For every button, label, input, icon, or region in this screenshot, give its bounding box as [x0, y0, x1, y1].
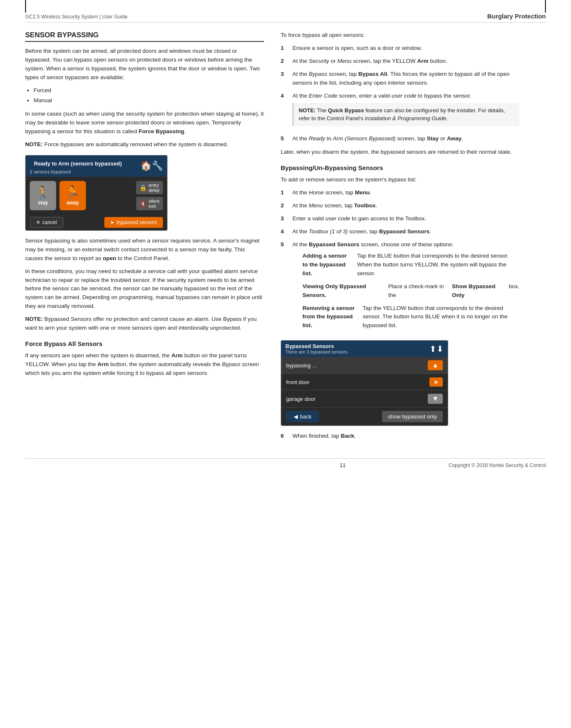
btn-stay-label: stay — [38, 200, 48, 206]
un-step-5: 5 At the Bypassed Sensors screen, choose… — [281, 240, 519, 334]
unbypassing-steps: 1 At the Home screen, tap Menu. 2 At the… — [281, 188, 519, 334]
btn-silent-exit[interactable]: 🔇 silentexit — [136, 197, 163, 210]
force-bypass-p1: If any sensors are open when the system … — [25, 351, 264, 378]
btn-bypassed-sensors[interactable]: ➤ bypassed sensors — [104, 217, 163, 228]
option-view: Viewing Only Bypassed Sensors. Place a c… — [302, 282, 519, 300]
back-arrow-icon: ◀ — [294, 413, 298, 420]
un-step-5-num: 5 — [281, 240, 288, 334]
un-step-3: 3 Enter a valid user code to gain access… — [281, 214, 519, 223]
top-border-left — [25, 0, 26, 13]
screen1-header-icons: 🏠🔧 — [140, 160, 163, 171]
screen1-subtitle: 2 sensors bypassed — [30, 169, 126, 174]
device-right-buttons: 🔒 entrydelay 🔇 silentexit — [136, 181, 163, 210]
step-2: 2 At the Security or Menu screen, tap th… — [281, 57, 519, 66]
top-border-right — [545, 0, 546, 13]
step-2-num: 2 — [281, 57, 288, 66]
step-4-num: 4 — [281, 92, 288, 130]
un-step-1: 1 At the Home screen, tap Menu. — [281, 188, 519, 197]
step-4-content: At the Enter Code screen, enter a valid … — [292, 92, 519, 130]
page-footer: 11 Copyright © 2018 Nortek Security & Co… — [25, 458, 546, 468]
step-3-content: At the Bypass screen, tap Bypass All. Th… — [292, 70, 519, 88]
step4-note: NOTE: The Quick Bypass feature can also … — [292, 103, 519, 126]
sensor-bypassing-heading: SENSOR BYPASSING — [25, 31, 264, 42]
right-column: To force bypass all open sensors: 1 Ensu… — [281, 31, 519, 446]
step-2-content: At the Security or Menu screen, tap the … — [292, 57, 519, 66]
screen1-title: Ready to Arm (sensors bypassed) — [30, 158, 126, 169]
device2-header: Bypassed Sensors There are 3 bypassed se… — [281, 341, 448, 357]
sensor-frontdoor-btn[interactable]: ➤ — [429, 377, 443, 387]
step-3: 3 At the Bypass screen, tap Bypass All. … — [281, 70, 519, 88]
btn-show-bypassed-only[interactable]: show bypassed only — [382, 411, 443, 422]
sensor-frontdoor-label: front door — [286, 379, 310, 385]
page: GC2.5 Wireless Security System | User Gu… — [0, 0, 571, 728]
bypassed-arrow-icon: ➤ — [110, 219, 114, 225]
section-title: Burglary Protection — [487, 13, 546, 20]
option-add: Adding a sensor to the bypassed list. Ta… — [302, 252, 519, 278]
bypass-type-forced: Forced — [34, 86, 264, 95]
footer-copyright: Copyright © 2018 Nortek Security & Contr… — [449, 462, 546, 468]
device2-footer: ◀ back show bypassed only — [281, 408, 448, 426]
btn-entry-delay[interactable]: 🔒 entrydelay — [136, 181, 163, 194]
cancel-x-icon: ✕ — [36, 219, 40, 225]
silent-exit-icon: 🔇 — [140, 200, 147, 207]
device-screen-1: Ready to Arm (sensors bypassed) 2 sensor… — [25, 155, 168, 231]
note1: NOTE: Force bypasses are automatically r… — [25, 140, 264, 149]
sensor-row-frontdoor: front door ➤ — [281, 374, 448, 390]
screen2-header-icon: ⬆⬇ — [429, 344, 444, 354]
force-bypass-outro: Later, when you disarm the system, the b… — [281, 148, 519, 157]
step-5-content: At the Ready to Arm (Sensors Bypassed) s… — [292, 134, 519, 143]
un-step-4-num: 4 — [281, 227, 288, 236]
force-bypass-heading: Force Bypass All Sensors — [25, 340, 264, 347]
btn-back[interactable]: ◀ back — [286, 411, 319, 422]
screen2-header-text: Bypassed Sensors There are 3 bypassed se… — [285, 343, 349, 354]
step-1-content: Ensure a sensor is open, such as a door … — [292, 44, 519, 53]
note2: NOTE: Bypassed Sensors offer no protecti… — [25, 315, 264, 333]
un-step-3-num: 3 — [281, 214, 288, 223]
device-screen-2: Bypassed Sensors There are 3 bypassed se… — [281, 340, 448, 426]
sensor-garagedoor-label: garage door — [286, 396, 315, 402]
un-step-6: 6 When finished, tap Back. — [281, 432, 519, 441]
step-1: 1 Ensure a sensor is open, such as a doo… — [281, 44, 519, 53]
step-4: 4 At the Enter Code screen, enter a vali… — [281, 92, 519, 130]
step-5-num: 5 — [281, 134, 288, 143]
btn-stay[interactable]: 🚶 stay — [30, 181, 56, 210]
unbypassing-heading: Bypassing/Un-Bypassing Sensors — [281, 164, 519, 171]
device-header-1: Ready to Arm (sensors bypassed) 2 sensor… — [26, 155, 167, 177]
step-5: 5 At the Ready to Arm (Sensors Bypassed)… — [281, 134, 519, 143]
sensor-garagedoor-btn[interactable]: ▼ — [428, 394, 443, 404]
screen2-subtitle: There are 3 bypassed sensors. — [285, 349, 349, 354]
service-p2: In these conditions, you may need to sch… — [25, 267, 264, 311]
force-bypass-intro: To force bypass all open sensors: — [281, 31, 519, 40]
sensor-row-bypassing: bypassing ... ▲ — [281, 357, 448, 374]
stay-icon: 🚶 — [36, 185, 50, 199]
step-6-num: 6 — [281, 432, 288, 441]
device-footer-1: ✕ cancel ➤ bypassed sensors — [26, 214, 167, 230]
un-step-1-num: 1 — [281, 188, 288, 197]
btn-show-label: show bypassed only — [388, 413, 437, 420]
sensor-bypassing-btn[interactable]: ▲ — [428, 360, 443, 370]
page-header: GC2.5 Wireless Security System | User Gu… — [25, 13, 546, 23]
bypass-types-list: Forced Manual — [34, 86, 264, 105]
btn-back-label: back — [300, 413, 311, 420]
btn-away[interactable]: 🏃 away — [59, 181, 86, 210]
btn-cancel[interactable]: ✕ cancel — [30, 217, 63, 228]
un-step-2-num: 2 — [281, 201, 288, 210]
bypass-type-manual: Manual — [34, 96, 264, 105]
un-step-3-content: Enter a valid user code to gain access t… — [292, 214, 519, 223]
intro-p2: In some cases (such as when using the se… — [25, 110, 264, 136]
btn-silent-label: silentexit — [149, 199, 160, 209]
sensor-row-garagedoor: garage door ▼ — [281, 390, 448, 408]
entry-delay-icon: 🔒 — [140, 184, 147, 191]
left-column: SENSOR BYPASSING Before the system can b… — [25, 31, 264, 446]
intro-p1: Before the system can be armed, all prot… — [25, 47, 264, 82]
step-1-num: 1 — [281, 44, 288, 53]
step-3-num: 3 — [281, 70, 288, 88]
un-step-2: 2 At the Menu screen, tap Toolbox. — [281, 201, 519, 210]
btn-bypassed-label: bypassed sensors — [116, 219, 157, 225]
main-content: SENSOR BYPASSING Before the system can b… — [25, 31, 546, 446]
un-step-4: 4 At the Toolbox (1 of 3) screen, tap By… — [281, 227, 519, 236]
guide-title: GC2.5 Wireless Security System | User Gu… — [25, 14, 128, 20]
step-6-content: When finished, tap Back. — [292, 432, 519, 441]
un-step-5-content: At the Bypassed Sensors screen, choose o… — [292, 240, 519, 334]
un-step-2-content: At the Menu screen, tap Toolbox. — [292, 201, 519, 210]
